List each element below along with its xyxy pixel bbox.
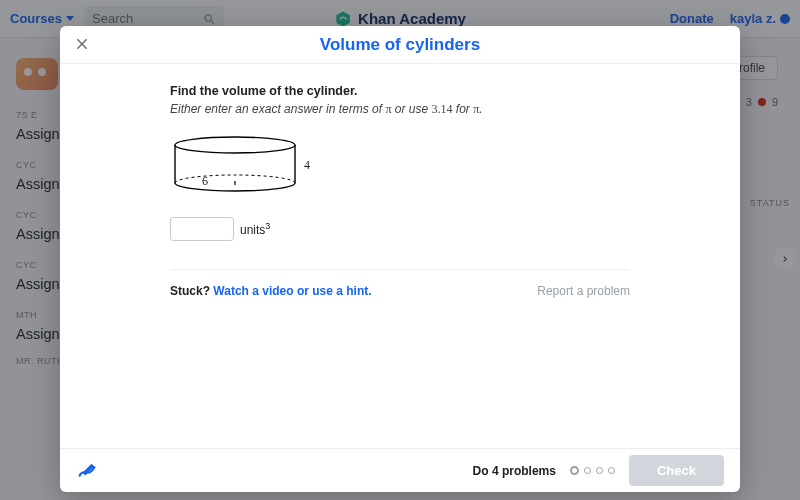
progress-dots [570, 466, 615, 475]
progress-dot-current [570, 466, 579, 475]
height-label: 4 [304, 158, 310, 173]
stuck-label: Stuck? [170, 284, 210, 298]
answer-input[interactable] [170, 217, 234, 241]
hint-link[interactable]: Watch a video or use a hint. [213, 284, 371, 298]
modal-footer: Do 4 problems Check [60, 448, 740, 492]
progress-dot [596, 467, 603, 474]
modal-body: Find the volume of the cylinder. Either … [60, 64, 740, 448]
radius-label: 6 [202, 174, 208, 188]
subprompt-text: Either enter an exact answer in terms of [170, 102, 385, 116]
question-prompt: Find the volume of the cylinder. [170, 84, 680, 98]
help-row: Stuck? Watch a video or use a hint. Repo… [170, 284, 630, 298]
units-exponent: 3 [265, 221, 270, 231]
svg-point-5 [175, 137, 295, 153]
units-text: units [240, 223, 265, 237]
modal-header: Volume of cylinders [60, 26, 740, 64]
divider [170, 269, 630, 270]
question-subprompt: Either enter an exact answer in terms of… [170, 102, 680, 117]
problem-count-label: Do 4 problems [473, 464, 556, 478]
exercise-modal: Volume of cylinders Find the volume of t… [60, 26, 740, 492]
report-problem-link[interactable]: Report a problem [537, 284, 630, 298]
progress-dot [608, 467, 615, 474]
close-button[interactable] [74, 36, 90, 52]
units-label: units3 [240, 221, 270, 237]
subprompt-text: . [479, 102, 482, 116]
modal-title: Volume of cylinders [320, 35, 480, 55]
subprompt-text: or use [392, 102, 432, 116]
progress-dot [584, 467, 591, 474]
pi-approx: 3.14 [432, 102, 453, 116]
subprompt-text: for [453, 102, 474, 116]
check-button[interactable]: Check [629, 455, 724, 486]
cylinder-figure [170, 135, 300, 195]
figure-row: 4 [170, 135, 680, 195]
answer-row: units3 [170, 217, 680, 241]
close-icon [74, 36, 90, 52]
scratchpad-icon[interactable] [76, 460, 98, 482]
